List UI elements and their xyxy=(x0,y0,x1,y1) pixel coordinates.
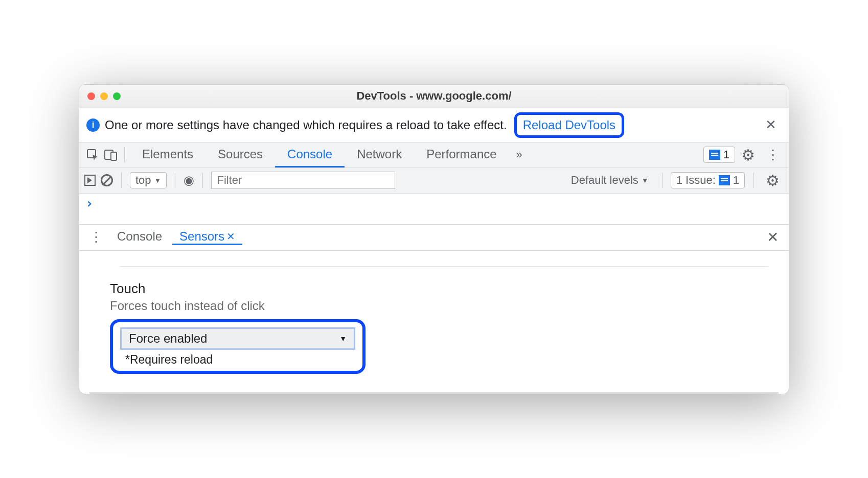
infobar-message: One or more settings have changed which … xyxy=(105,118,507,132)
highlight-annotation: Force enabled ▼ *Requires reload xyxy=(110,319,366,374)
messages-count: 1 xyxy=(723,148,729,161)
tab-network[interactable]: Network xyxy=(345,142,414,168)
more-menu-icon[interactable]: ⋮ xyxy=(761,147,784,163)
caret-down-icon: ▼ xyxy=(642,176,649,184)
message-icon xyxy=(719,175,730,185)
drawer-tabbar: ⋮ Console Sensors ✕ ✕ xyxy=(79,224,789,251)
settings-icon[interactable]: ⚙ xyxy=(737,146,759,164)
console-filterbar: top ▼ ◉ Default levels ▼ 1 Issue: 1 ⚙ xyxy=(79,168,789,194)
toggle-sidebar-icon[interactable] xyxy=(84,175,96,186)
svg-rect-2 xyxy=(111,152,117,160)
close-tab-icon[interactable]: ✕ xyxy=(226,230,235,243)
tab-console[interactable]: Console xyxy=(275,142,345,168)
console-body[interactable]: › xyxy=(79,194,789,224)
drawer-menu-icon[interactable]: ⋮ xyxy=(84,229,107,245)
context-selector[interactable]: top ▼ xyxy=(130,172,167,188)
sensors-panel: Touch Forces touch instead of click Forc… xyxy=(79,251,789,382)
touch-select[interactable]: Force enabled ▼ xyxy=(120,327,355,350)
requires-reload-note: *Requires reload xyxy=(120,353,355,367)
caret-down-icon: ▼ xyxy=(154,176,162,184)
more-tabs-icon[interactable]: » xyxy=(511,148,528,161)
reload-devtools-button[interactable]: Reload DevTools xyxy=(514,112,624,138)
tab-elements[interactable]: Elements xyxy=(130,142,205,168)
console-settings-icon[interactable]: ⚙ xyxy=(762,172,784,189)
clear-console-icon[interactable] xyxy=(101,174,113,186)
drawer-tab-sensors[interactable]: Sensors ✕ xyxy=(172,229,242,245)
window-title: DevTools - www.google.com/ xyxy=(79,89,789,103)
fullscreen-window-button[interactable] xyxy=(113,92,121,100)
info-icon: i xyxy=(86,118,100,132)
log-levels-selector[interactable]: Default levels ▼ xyxy=(566,173,654,188)
touch-description: Forces touch instead of click xyxy=(110,299,779,313)
issues-badge[interactable]: 1 Issue: 1 xyxy=(671,172,745,188)
tab-performance[interactable]: Performance xyxy=(414,142,509,168)
reload-infobar: i One or more settings have changed whic… xyxy=(79,108,789,142)
filter-input[interactable] xyxy=(211,172,395,189)
close-window-button[interactable] xyxy=(87,92,95,100)
inspect-element-icon[interactable] xyxy=(84,147,101,163)
drawer-close-button[interactable]: ✕ xyxy=(762,229,784,246)
main-tabbar: Elements Sources Console Network Perform… xyxy=(79,142,789,168)
messages-badge[interactable]: 1 xyxy=(703,147,735,163)
titlebar: DevTools - www.google.com/ xyxy=(79,85,789,108)
live-expression-icon[interactable]: ◉ xyxy=(184,173,194,187)
message-icon xyxy=(709,150,720,160)
devtools-window: DevTools - www.google.com/ i One or more… xyxy=(79,84,789,394)
minimize-window-button[interactable] xyxy=(100,92,108,100)
drawer-tab-console[interactable]: Console xyxy=(110,229,169,245)
infobar-close-button[interactable]: ✕ xyxy=(760,117,782,133)
device-toolbar-icon[interactable] xyxy=(103,147,119,163)
tab-sources[interactable]: Sources xyxy=(205,142,275,168)
caret-down-icon: ▼ xyxy=(339,334,347,343)
console-prompt: › xyxy=(85,196,94,211)
touch-label: Touch xyxy=(110,281,779,297)
